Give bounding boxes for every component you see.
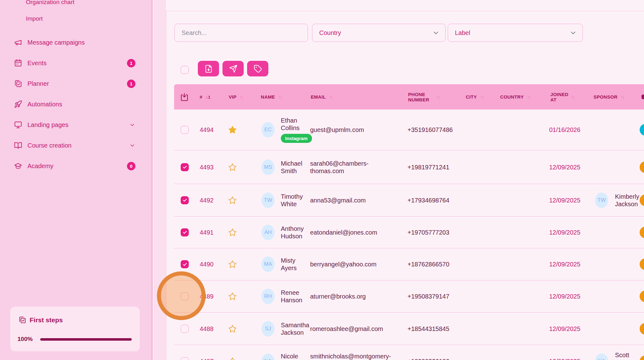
sort-icon: ↑↓ (480, 94, 483, 100)
status-dot (640, 161, 644, 173)
contact-email: guest@upmlm.com (310, 126, 393, 134)
row-id-link[interactable]: 4493 (200, 163, 214, 171)
contact-name: Samantha Jackson (281, 321, 312, 336)
vip-star-icon[interactable] (228, 228, 237, 237)
vip-star-icon[interactable] (228, 357, 237, 360)
sponsor-avatar: TW (595, 192, 608, 208)
row-checkbox[interactable] (181, 292, 189, 300)
row-checkbox[interactable] (181, 325, 189, 333)
select-all-checkbox[interactable] (181, 66, 189, 74)
sort-icon: ↑↓ (329, 94, 332, 100)
row-checkbox[interactable] (181, 196, 189, 204)
first-steps-progress-label: 100% (17, 336, 33, 343)
joined-date-link[interactable]: 12/09/2025 (549, 197, 580, 204)
row-checkbox[interactable] (181, 357, 189, 360)
table-header: # ↓1 VIP↑↓ NAME↑↓ EMAIL↑↓ PHONE NUMBER↑↓… (174, 84, 644, 109)
sidebar-item-message-campaigns[interactable]: Message campaigns (0, 36, 152, 49)
status-dot (640, 290, 644, 302)
row-id-link[interactable]: 4494 (200, 126, 214, 134)
joined-date-link[interactable]: 12/09/2025 (549, 163, 580, 171)
contact-phone: +351916077486 (407, 126, 462, 134)
row-id-link[interactable]: 4491 (200, 229, 214, 236)
contact-name: Misty Ayers (281, 257, 312, 272)
row-checkbox[interactable] (181, 260, 189, 268)
row-checkbox[interactable] (181, 126, 189, 134)
joined-date-link[interactable]: 01/16/2026 (549, 126, 580, 134)
send-message-button[interactable] (222, 61, 244, 76)
joined-date-link[interactable]: 12/09/2025 (549, 358, 580, 360)
vip-star-icon[interactable] (228, 163, 237, 172)
country-filter-label: Country (319, 29, 341, 36)
rocket-icon (14, 100, 22, 108)
sidebar-item-landing-pages[interactable]: Landing pages (0, 118, 152, 132)
joined-date-link[interactable]: 12/09/2025 (549, 293, 580, 300)
sort-desc-icon: ↓ (206, 94, 208, 100)
sidebar-item-planner[interactable]: Planner 1 (0, 77, 152, 90)
joined-date-link[interactable]: 12/09/2025 (549, 325, 580, 333)
vip-star-icon[interactable] (228, 292, 237, 301)
sidebar-item-label: Message campaigns (27, 39, 135, 46)
joined-date-link[interactable]: 12/09/2025 (549, 229, 580, 236)
export-button[interactable] (198, 61, 219, 76)
table-row: 4488 SJ Samantha Jackson romeroashlee@gm… (174, 313, 644, 345)
column-header-sponsor[interactable]: SPONSOR↑↓ (593, 84, 624, 109)
column-header-joined-at[interactable]: JOINED AT↑↓ (550, 84, 574, 109)
contact-phone: +19819771241 (407, 163, 462, 171)
table-row: 4487 NA Nicole smithnicholas@montgomery-… (174, 345, 644, 360)
sidebar-item-events[interactable]: Events 1 (0, 56, 152, 70)
first-steps-progress-bar (40, 338, 132, 341)
table-row: 4491 AH Anthony Hudson eatondaniel@jones… (174, 216, 644, 248)
row-id-link[interactable]: 4492 (200, 197, 214, 204)
academy-count-badge: 0 (127, 162, 135, 170)
content-divider (166, 11, 166, 360)
contact-email: eatondaniel@jones.com (310, 229, 393, 236)
vip-star-icon[interactable] (228, 260, 237, 269)
chevron-down-icon (129, 122, 135, 128)
avatar: MA (261, 256, 275, 272)
sidebar-item-automations[interactable]: Automations (0, 97, 152, 111)
vip-star-icon[interactable] (228, 125, 237, 134)
column-header-email[interactable]: EMAIL↑↓ (311, 84, 332, 109)
vip-star-icon[interactable] (228, 196, 237, 205)
sort-icon: ↑↓ (527, 94, 530, 100)
column-header-phone[interactable]: PHONE NUMBER↑↓ (408, 84, 439, 109)
row-checkbox[interactable] (181, 163, 189, 171)
tag-button[interactable] (247, 61, 268, 76)
planner-count-badge: 1 (127, 80, 135, 88)
vip-star-icon[interactable] (228, 324, 237, 333)
label-filter-select[interactable]: Label (448, 24, 583, 42)
tag-icon (254, 65, 262, 73)
sidebar: Organization chart Import Message campai… (0, 0, 153, 360)
first-steps-card[interactable]: First steps 100% (10, 306, 140, 352)
sidebar-item-import[interactable]: Import (26, 15, 43, 22)
row-id-link[interactable]: 4489 (200, 293, 214, 300)
contact-email: berryangel@yahoo.com (310, 260, 393, 268)
chevron-down-icon (432, 29, 440, 36)
crm-contacts-screen: Organization chart Import Message campai… (0, 0, 644, 360)
country-filter-select[interactable]: Country (312, 24, 446, 42)
row-checkbox[interactable] (181, 228, 189, 236)
row-id-link[interactable]: 4490 (200, 260, 214, 268)
contact-email: anna53@gmail.com (310, 197, 393, 204)
joined-date-link[interactable]: 12/09/2025 (549, 260, 580, 268)
row-id-link[interactable]: 4487 (200, 358, 214, 360)
avatar: TW (261, 192, 275, 208)
calendar-icon (14, 59, 22, 67)
sidebar-item-label: Academy (27, 163, 127, 170)
row-id-link[interactable]: 4488 (200, 325, 214, 333)
column-header-vip[interactable]: VIP↑↓ (229, 84, 243, 109)
column-header-name[interactable]: NAME↑↓ (261, 84, 281, 109)
column-header-country[interactable]: COUNTRY↑↓ (500, 84, 530, 109)
sidebar-item-organization-chart[interactable]: Organization chart (26, 0, 74, 6)
export-column-icon[interactable] (180, 84, 189, 109)
clipboard-check-icon (18, 316, 26, 324)
column-header-id[interactable]: # ↓1 (200, 84, 211, 109)
column-header-city[interactable]: CITY↑↓ (466, 84, 483, 109)
events-count-badge: 1 (127, 59, 135, 67)
sponsor-avatar: NA (595, 353, 608, 360)
table-row: 4492 TW Timothy White anna53@gmail.com +… (174, 184, 644, 216)
sidebar-scroll-gutter (154, 0, 166, 360)
sidebar-item-course-creation[interactable]: Course creation (0, 139, 152, 152)
search-input[interactable] (174, 24, 308, 42)
sidebar-item-academy[interactable]: Academy 0 (0, 159, 152, 173)
